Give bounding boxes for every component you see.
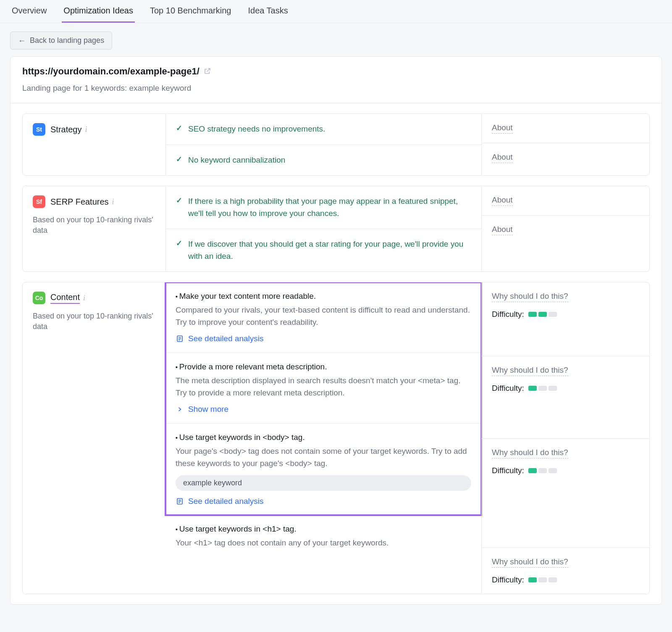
card-header: https://yourdomain.com/example-page1/ La… <box>10 57 662 103</box>
section-content: Co Content i Based on your top 10-rankin… <box>22 282 650 594</box>
serp-title: SERP Features <box>50 197 109 207</box>
about-link[interactable]: About <box>492 153 513 163</box>
tab-bar: Overview Optimization Ideas Top 10 Bench… <box>0 0 672 23</box>
section-strategy: St Strategy i ✓ SEO strategy needs no im… <box>22 113 650 176</box>
tab-optimization-ideas[interactable]: Optimization Ideas <box>62 0 135 23</box>
serp-row-text: If there is a high probability that your… <box>188 195 471 219</box>
difficulty-row: Difficulty: <box>492 575 639 585</box>
tab-top10-benchmarking[interactable]: Top 10 Benchmarking <box>148 0 233 23</box>
content-row-body: Compared to your rivals, your text-based… <box>176 304 471 328</box>
external-link-icon[interactable] <box>204 67 211 76</box>
document-icon <box>176 497 184 506</box>
difficulty-row: Difficulty: <box>492 384 639 393</box>
info-icon[interactable]: i <box>83 294 85 303</box>
document-icon <box>176 334 184 343</box>
difficulty-bar <box>528 577 557 582</box>
content-row-title: Provide a more relevant meta description… <box>179 362 327 371</box>
difficulty-bar <box>528 468 557 473</box>
about-link[interactable]: About <box>492 225 513 235</box>
main-card: https://yourdomain.com/example-page1/ La… <box>10 56 662 605</box>
info-icon[interactable]: i <box>85 125 87 134</box>
chevron-right-icon <box>176 405 184 413</box>
back-button[interactable]: ← Back to landing pages <box>10 32 112 50</box>
content-badge: Co <box>33 292 45 304</box>
check-icon: ✓ <box>176 238 182 249</box>
about-link[interactable]: About <box>492 123 513 134</box>
tab-overview[interactable]: Overview <box>10 0 48 23</box>
content-subtitle: Based on your top 10-ranking rivals' dat… <box>33 311 155 332</box>
difficulty-row: Difficulty: <box>492 310 639 319</box>
tab-idea-tasks[interactable]: Idea Tasks <box>246 0 289 23</box>
content-title: Content <box>50 292 80 304</box>
why-link[interactable]: Why should I do this? <box>492 292 568 302</box>
page-subtitle: Landing page for 1 keywords: example key… <box>22 84 650 93</box>
serp-row-text: If we discover that you should get a sta… <box>188 238 471 262</box>
show-more-link[interactable]: Show more <box>176 405 471 414</box>
content-row-body: Your <h1> tag does not contain any of yo… <box>176 537 388 549</box>
about-link[interactable]: About <box>492 195 513 206</box>
check-icon: ✓ <box>176 195 182 206</box>
strategy-title: Strategy <box>50 125 81 134</box>
see-analysis-link[interactable]: See detailed analysis <box>176 334 471 343</box>
check-icon: ✓ <box>176 123 182 134</box>
strategy-row-text: SEO strategy needs no improvements. <box>188 123 325 135</box>
page-url: https://yourdomain.com/example-page1/ <box>22 66 200 77</box>
serp-subtitle: Based on your top 10-ranking rivals' dat… <box>33 215 155 236</box>
strategy-row-text: No keyword cannibalization <box>188 154 285 166</box>
difficulty-bar <box>528 386 557 391</box>
why-link[interactable]: Why should I do this? <box>492 557 568 568</box>
why-link[interactable]: Why should I do this? <box>492 366 568 376</box>
difficulty-bar <box>528 312 557 317</box>
why-link[interactable]: Why should I do this? <box>492 448 568 458</box>
arrow-left-icon: ← <box>18 37 26 45</box>
content-row-body: Your page's <body> tag does not contain … <box>176 445 471 469</box>
check-icon: ✓ <box>176 154 182 165</box>
serp-badge: Sf <box>33 195 45 208</box>
content-row-title: Make your text content more readable. <box>179 292 316 300</box>
difficulty-row: Difficulty: <box>492 466 639 475</box>
back-button-label: Back to landing pages <box>30 36 104 45</box>
strategy-badge: St <box>33 123 45 136</box>
content-row-title: Use target keywords in <h1> tag. <box>179 524 297 533</box>
keyword-pill[interactable]: example keyword <box>176 475 471 491</box>
info-icon[interactable]: i <box>112 198 114 206</box>
see-analysis-link[interactable]: See detailed analysis <box>176 497 471 506</box>
content-row-body: The meta description displayed in search… <box>176 375 471 399</box>
content-row-title: Use target keywords in <body> tag. <box>179 433 305 442</box>
section-serp-features: Sf SERP Features i Based on your top 10-… <box>22 186 650 272</box>
